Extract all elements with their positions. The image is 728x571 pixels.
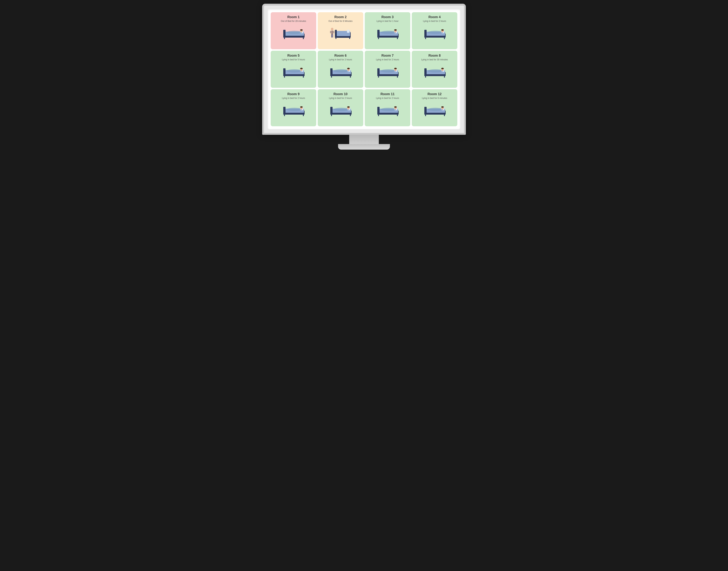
svg-rect-17 [331, 34, 332, 37]
room-title-8: Room 8 [429, 54, 441, 58]
room-status-8: Lying in bed for 30 minutes [421, 58, 448, 61]
svg-point-56 [347, 68, 350, 69]
svg-rect-53 [350, 76, 351, 78]
svg-rect-34 [425, 37, 426, 39]
room-status-12: Lying in bed for 6 minutes [422, 97, 447, 99]
svg-rect-25 [378, 37, 379, 39]
room-bed-illustration-5 [281, 64, 306, 79]
svg-rect-4 [284, 37, 285, 39]
svg-point-81 [286, 108, 302, 111]
svg-point-8 [300, 29, 303, 31]
svg-point-27 [381, 31, 396, 34]
svg-rect-5 [303, 37, 304, 39]
screen-content: Room 1Out of Bed for 28 minutes Room 2Ou… [268, 9, 460, 129]
room-status-5: Lying in bed for 5 hours [282, 58, 305, 61]
svg-rect-18 [332, 34, 333, 37]
svg-rect-88 [331, 114, 332, 116]
svg-point-36 [428, 31, 443, 34]
svg-rect-107 [444, 114, 445, 116]
room-bed-illustration-6 [329, 64, 353, 79]
svg-rect-13 [336, 37, 336, 39]
svg-point-101 [394, 106, 397, 108]
svg-point-90 [334, 108, 349, 111]
svg-rect-19 [330, 31, 331, 33]
svg-point-65 [394, 68, 397, 69]
room-status-4: Lying in bed for 2 hours [423, 20, 446, 22]
room-card-1[interactable]: Room 1Out of Bed for 28 minutes [271, 12, 316, 49]
svg-rect-69 [424, 68, 427, 76]
svg-rect-44 [303, 76, 304, 78]
room-card-11[interactable]: Room 11Lying in bed for 2 hours [365, 89, 410, 126]
room-status-2: Out of Bed for 8 Minutes [329, 20, 353, 22]
room-title-5: Room 5 [287, 54, 299, 58]
svg-point-74 [441, 68, 444, 69]
monitor-stand [338, 144, 390, 149]
room-status-3: Lying in bed for 1 hour [377, 20, 399, 22]
svg-rect-20 [334, 31, 334, 33]
svg-rect-80 [303, 114, 304, 116]
room-card-2[interactable]: Room 2Out of Bed for 8 Minutes [318, 12, 363, 49]
svg-rect-96 [377, 107, 380, 115]
svg-rect-51 [330, 68, 333, 76]
room-card-7[interactable]: Room 7Lying in bed for 2 hours [365, 51, 410, 88]
svg-rect-71 [444, 76, 445, 78]
monitor-neck [349, 135, 379, 144]
room-title-10: Room 10 [334, 92, 348, 96]
room-card-5[interactable]: Room 5Lying in bed for 5 hours [271, 51, 316, 88]
svg-rect-42 [283, 68, 285, 76]
svg-point-92 [347, 106, 350, 108]
room-card-8[interactable]: Room 8Lying in bed for 30 minutes [412, 51, 457, 88]
room-bed-illustration-2 [329, 26, 353, 40]
svg-rect-106 [425, 114, 426, 116]
rooms-grid: Room 1Out of Bed for 28 minutes Room 2Ou… [271, 12, 457, 126]
svg-rect-52 [331, 76, 332, 78]
svg-rect-60 [377, 68, 380, 76]
svg-point-54 [334, 69, 349, 73]
room-bed-illustration-3 [375, 26, 399, 40]
svg-rect-26 [397, 37, 398, 39]
room-bed-illustration-9 [281, 103, 306, 117]
svg-rect-62 [397, 76, 398, 78]
svg-point-29 [394, 29, 397, 31]
room-title-3: Room 3 [381, 15, 394, 19]
svg-point-83 [300, 106, 303, 108]
svg-rect-78 [283, 107, 285, 115]
svg-rect-89 [350, 114, 351, 116]
svg-rect-98 [397, 114, 398, 116]
svg-rect-105 [424, 107, 427, 115]
room-status-11: Lying in bed for 2 hours [376, 97, 399, 99]
svg-rect-16 [331, 30, 333, 35]
svg-point-47 [300, 68, 303, 69]
room-bed-illustration-12 [422, 103, 447, 117]
room-card-9[interactable]: Room 9Lying in bed for 2 hours [271, 89, 316, 126]
room-card-3[interactable]: Room 3Lying in bed for 1 hour [365, 12, 410, 49]
room-bed-illustration-4 [422, 26, 447, 40]
svg-rect-11 [347, 30, 350, 33]
svg-rect-12 [335, 30, 337, 38]
room-status-1: Out of Bed for 28 minutes [281, 20, 306, 22]
room-title-4: Room 4 [429, 15, 441, 19]
svg-point-108 [428, 108, 443, 111]
room-bed-illustration-7 [375, 64, 399, 79]
room-title-11: Room 11 [380, 92, 394, 96]
room-bed-illustration-11 [375, 103, 399, 117]
svg-point-6 [286, 31, 302, 34]
monitor-screen: Room 1Out of Bed for 28 minutes Room 2Ou… [262, 4, 466, 135]
room-card-4[interactable]: Room 4Lying in bed for 2 hours [412, 12, 457, 49]
svg-point-15 [331, 28, 334, 30]
room-bed-illustration-1 [281, 26, 306, 40]
room-card-6[interactable]: Room 6Lying in bed for 2 hours [318, 51, 363, 88]
monitor-wrapper: Room 1Out of Bed for 28 minutes Room 2Ou… [262, 4, 466, 149]
room-card-10[interactable]: Room 10Lying in bed for 2 hours [318, 89, 363, 126]
svg-rect-33 [424, 30, 427, 37]
svg-point-72 [428, 69, 443, 73]
room-title-7: Room 7 [381, 54, 394, 58]
svg-point-110 [441, 106, 444, 108]
room-card-12[interactable]: Room 12Lying in bed for 6 minutes [412, 89, 457, 126]
room-title-2: Room 2 [334, 15, 347, 19]
svg-rect-35 [444, 37, 445, 39]
room-status-10: Lying in bed for 2 hours [329, 97, 352, 99]
svg-rect-87 [330, 107, 333, 115]
svg-point-63 [381, 69, 396, 73]
svg-rect-79 [284, 114, 285, 116]
